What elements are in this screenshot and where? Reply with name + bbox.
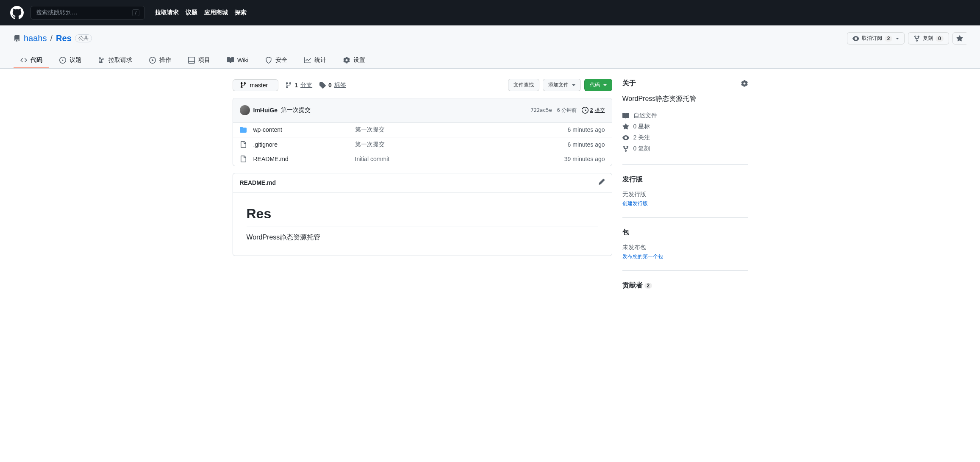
branches-link[interactable]: 1 分支 [285,81,312,89]
breadcrumb-separator: / [50,33,53,43]
tab-security[interactable]: 安全 [258,53,294,68]
repo-owner-link[interactable]: haahs [24,33,47,43]
commit-hash[interactable]: 722ac5e [530,107,552,113]
file-link[interactable]: .gitignore [253,141,278,148]
chevron-down-icon [896,38,899,39]
edit-readme-button[interactable] [598,178,605,187]
add-file-button[interactable]: 添加文件 [543,79,581,91]
pr-icon [98,57,105,64]
branch-icon [285,82,292,89]
table-row: .gitignore 第一次提交 6 minutes ago [233,137,612,152]
global-header: 搜索或跳转到… / 拉取请求 议题 应用商城 探索 [0,0,980,25]
search-slash-badge: / [132,9,139,16]
tab-wiki[interactable]: Wiki [220,53,255,68]
branch-icon [240,82,247,89]
packages-title: 包 [622,228,629,237]
stars-link[interactable]: 0 星标 [633,123,650,131]
readme-panel: README.md Res WordPress静态资源托管 [233,173,612,256]
star-icon [956,35,963,42]
tab-insights[interactable]: 统计 [297,53,333,68]
tab-pull-requests[interactable]: 拉取请求 [92,53,139,68]
graph-icon [304,57,311,64]
table-row: wp-content 第一次提交 6 minutes ago [233,122,612,137]
unwatch-button[interactable]: 取消订阅 2 [847,32,905,45]
tab-issues[interactable]: 议题 [53,53,88,68]
commit-message[interactable]: 第一次提交 [281,106,311,114]
table-row: README.md Initial commit 39 minutes ago [233,152,612,166]
search-placeholder: 搜索或跳转到… [36,9,78,17]
latest-commit: ImHuiGe 第一次提交 722ac5e 6 分钟前 2 提交 [233,98,612,122]
readme-body-text: WordPress静态资源托管 [247,233,598,242]
contributors-title: 贡献者2 [622,281,652,290]
file-commit-msg[interactable]: 第一次提交 [355,141,385,148]
commit-time: 6 分钟前 [557,107,577,114]
tab-code[interactable]: 代码 [14,53,49,68]
releases-section: 发行版 无发行版 创建发行版 [622,175,748,218]
star-icon [622,123,629,130]
fork-icon [913,35,920,42]
primary-nav: 拉取请求 议题 应用商城 探索 [155,9,247,17]
readme-filename[interactable]: README.md [240,179,276,186]
repo-header: haahs / Res 公共 取消订阅 2 复刻 0 代码 议题 拉取请求 [0,25,980,69]
code-download-button[interactable]: 代码 [584,79,612,91]
play-icon [149,57,156,64]
star-button[interactable] [952,32,966,45]
file-commit-msg[interactable]: Initial commit [355,156,390,162]
publish-package-link[interactable]: 发布您的第一个包 [622,253,748,260]
repo-title: haahs / Res 公共 [14,33,92,43]
repo-icon [14,35,20,42]
tab-projects[interactable]: 项目 [181,53,217,68]
releases-empty: 无发行版 [622,191,748,198]
repo-sidebar: 关于 WordPress静态资源托管 自述文件 0 星标 2 关注 0 复刻 发… [622,79,748,317]
forks-link[interactable]: 0 复刻 [633,145,650,153]
tag-icon [319,82,326,89]
pencil-icon [598,178,605,185]
nav-pull-requests[interactable]: 拉取请求 [155,9,179,17]
tab-settings[interactable]: 设置 [336,53,372,68]
repo-name-link[interactable]: Res [56,33,72,43]
avatar[interactable] [240,105,250,115]
code-icon [20,57,27,64]
packages-empty: 未发布包 [622,244,748,251]
nav-issues[interactable]: 议题 [186,9,197,17]
repo-tabs: 代码 议题 拉取请求 操作 项目 Wiki 安全 统计 设置 [14,53,966,68]
tags-link[interactable]: 0 标签 [319,81,346,89]
contributors-section: 贡献者2 [622,281,748,307]
gear-icon[interactable] [741,80,748,87]
search-input[interactable]: 搜索或跳转到… / [31,6,145,19]
nav-marketplace[interactable]: 应用商城 [204,9,228,17]
fork-button[interactable]: 复刻 0 [908,32,949,45]
fork-icon [622,145,629,152]
contributors-count: 2 [644,283,652,289]
file-time: 39 minutes ago [564,156,605,162]
tab-actions[interactable]: 操作 [142,53,178,68]
directory-icon [240,126,247,133]
shield-icon [265,57,272,64]
commit-author[interactable]: ImHuiGe [253,107,278,114]
releases-title: 发行版 [622,175,643,184]
file-icon [240,141,247,148]
chevron-down-icon [603,84,607,86]
file-navigation: master 1 分支 0 标签 文件查找 添加文件 代码 [233,79,612,91]
file-time: 6 minutes ago [568,141,605,148]
gear-icon [343,57,350,64]
readme-link[interactable]: 自述文件 [633,112,657,120]
branch-selector[interactable]: master [233,79,279,91]
visibility-badge: 公共 [75,34,92,42]
github-logo-icon[interactable] [10,6,24,19]
commits-link[interactable]: 2 提交 [582,107,605,114]
file-commit-msg[interactable]: 第一次提交 [355,126,385,133]
file-link[interactable]: README.md [253,156,289,162]
file-icon [240,156,247,162]
find-file-button[interactable]: 文件查找 [508,79,539,91]
watchers-link[interactable]: 2 关注 [633,134,650,142]
create-release-link[interactable]: 创建发行版 [622,200,748,207]
readme-heading: Res [247,206,598,226]
file-link[interactable]: wp-content [253,126,282,133]
nav-explore[interactable]: 探索 [235,9,247,17]
file-time: 6 minutes ago [568,126,605,133]
chevron-down-icon [572,84,575,86]
about-section: 关于 WordPress静态资源托管 自述文件 0 星标 2 关注 0 复刻 [622,79,748,165]
repo-actions: 取消订阅 2 复刻 0 [847,32,966,45]
book-icon [622,112,629,119]
